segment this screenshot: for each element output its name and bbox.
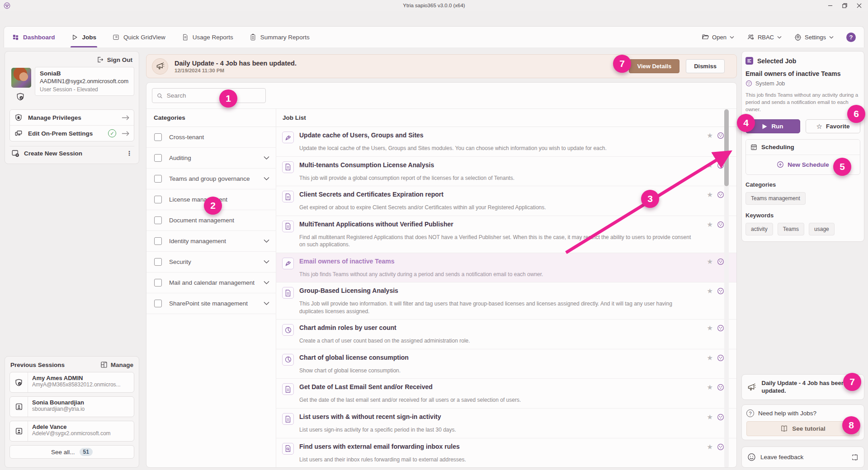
job-row[interactable]: Chart admin roles by user count Create a…	[276, 320, 736, 349]
system-job-badge-icon	[717, 324, 724, 332]
search-input[interactable]	[167, 92, 261, 99]
category-label: Cross-tenant	[169, 134, 204, 141]
favorite-star-icon[interactable]: ★	[707, 221, 713, 228]
job-list-scrollbar[interactable]	[724, 109, 729, 468]
person-badge-icon	[10, 421, 28, 441]
category-checkbox[interactable]	[154, 196, 162, 203]
job-title[interactable]: Chart of global license consumption	[299, 353, 409, 361]
settings-menu[interactable]: Settings	[794, 33, 834, 41]
job-row[interactable]: MultiTenant Applications without Verifie…	[276, 216, 736, 253]
view-details-button[interactable]: View Details	[629, 59, 679, 73]
favorite-star-icon[interactable]: ★	[707, 287, 713, 294]
category-checkbox[interactable]	[154, 258, 162, 266]
job-row[interactable]: Group-Based Licensing Analysis This Job …	[276, 282, 736, 320]
search-box[interactable]	[152, 88, 266, 103]
chevron-down-icon[interactable]	[264, 301, 269, 306]
favorite-star-icon[interactable]: ★	[707, 414, 713, 420]
previous-session-item[interactable]: Adele Vance AdeleV@sygx2.onmicrosoft.com	[9, 421, 134, 442]
job-description: Show chart of global license consumption…	[299, 367, 691, 375]
tab-quick-gridview[interactable]: Quick GridView	[113, 27, 165, 47]
job-title[interactable]: Group-Based Licensing Analysis	[299, 287, 398, 294]
expand-icon[interactable]	[851, 454, 859, 461]
job-row[interactable]: Chart of global license consumption Show…	[276, 349, 736, 379]
manage-privileges-button[interactable]: Manage Privileges	[10, 110, 134, 125]
category-checkbox[interactable]	[154, 300, 162, 307]
scrollbar-thumb[interactable]	[724, 109, 729, 186]
job-title[interactable]: Find users with external email forwardin…	[299, 442, 460, 450]
job-row[interactable]: Find users with external email forwardin…	[276, 438, 736, 468]
see-all-sessions-button[interactable]: See all... 51	[9, 445, 134, 459]
job-title[interactable]: MultiTenant Applications without Verifie…	[299, 220, 453, 228]
tab-quick-gridview-label: Quick GridView	[123, 34, 165, 41]
category-checkbox[interactable]	[154, 133, 162, 141]
chevron-down-icon[interactable]	[264, 177, 269, 181]
category-checkbox[interactable]	[154, 216, 162, 224]
category-row[interactable]: Teams and group governance	[146, 169, 276, 189]
new-session-icon	[11, 149, 19, 157]
favorite-star-icon[interactable]: ★	[707, 324, 713, 331]
doc-icon	[282, 221, 294, 232]
job-title[interactable]: Chart admin roles by user count	[299, 324, 396, 331]
favorite-star-icon[interactable]: ★	[707, 443, 713, 450]
job-title[interactable]: Client Secrets and Certificates Expirati…	[299, 190, 443, 198]
favorite-star-icon[interactable]: ★	[707, 354, 713, 361]
avatar	[11, 68, 31, 88]
category-row[interactable]: Mail and calendar management	[146, 273, 276, 293]
scheduling-label: Scheduling	[761, 144, 794, 150]
tab-dashboard[interactable]: Dashboard	[12, 27, 55, 47]
previous-session-item[interactable]: Amy Ames ADMIN AmyA@M365x85832012.onmicr…	[9, 372, 134, 393]
job-row[interactable]: Get Date of Last Email Sent and/or Recei…	[276, 379, 736, 409]
job-description: Find all multitenant Registered Applicat…	[299, 234, 691, 249]
previous-session-item[interactable]: Sonia Bounardjian sbounardjian@ytria.io	[9, 396, 134, 417]
category-row[interactable]: Identity management	[146, 231, 276, 252]
favorite-star-icon[interactable]: ★	[707, 162, 713, 169]
close-button[interactable]	[852, 0, 866, 11]
plus-circle-icon	[777, 161, 784, 168]
job-row[interactable]: Multi-tenants Consumption License Analys…	[276, 157, 736, 187]
category-row[interactable]: Auditing	[146, 148, 276, 169]
manage-sessions-button[interactable]: Manage	[100, 361, 133, 368]
job-row[interactable]: Update cache of Users, Groups and Sites …	[276, 127, 736, 157]
category-checkbox[interactable]	[154, 237, 162, 245]
chevron-down-icon[interactable]	[264, 239, 269, 243]
dismiss-button[interactable]: Dismiss	[686, 59, 725, 73]
session-name: Adele Vance	[32, 423, 111, 430]
favorite-star-icon[interactable]: ★	[707, 384, 713, 390]
job-row[interactable]: List users with & without recent sign-in…	[276, 409, 736, 438]
category-row[interactable]: Cross-tenant	[146, 127, 276, 148]
category-checkbox[interactable]	[154, 175, 162, 183]
tab-jobs[interactable]: Jobs	[71, 27, 97, 47]
rbac-menu[interactable]: RBAC	[747, 33, 782, 41]
edit-onprem-button[interactable]: Edit On-Prem Settings ✓	[10, 125, 134, 141]
chevron-down-icon[interactable]	[264, 281, 269, 285]
job-title[interactable]: Multi-tenants Consumption License Analys…	[299, 161, 434, 169]
job-title[interactable]: Get Date of Last Email Sent and/or Recei…	[299, 383, 433, 390]
favorite-star-icon[interactable]: ★	[707, 132, 713, 139]
job-title[interactable]: List users with & without recent sign-in…	[299, 413, 441, 420]
chevron-down-icon	[829, 36, 834, 39]
help-button[interactable]: ?	[846, 33, 856, 42]
chevron-down-icon[interactable]	[264, 260, 269, 264]
category-checkbox[interactable]	[154, 154, 162, 162]
restore-button[interactable]	[837, 0, 852, 11]
favorite-star-icon[interactable]: ★	[707, 258, 713, 265]
category-checkbox[interactable]	[154, 279, 162, 287]
create-new-session-button[interactable]: Create New Session ⋮	[9, 146, 134, 157]
tab-usage-reports[interactable]: Usage Reports	[182, 27, 233, 47]
category-row[interactable]: SharePoint site management	[146, 293, 276, 314]
job-title[interactable]: Email owners of inactive Teams	[299, 257, 395, 265]
chart-icon	[282, 354, 294, 366]
feedback-card[interactable]: Leave feedback	[741, 446, 864, 468]
category-label: Security	[169, 258, 191, 265]
session-kebab-menu[interactable]: ⋮	[126, 150, 132, 157]
category-row[interactable]: Security	[146, 252, 276, 273]
job-row[interactable]: Client Secrets and Certificates Expirati…	[276, 186, 736, 216]
open-menu[interactable]: Open	[702, 33, 734, 41]
minimize-button[interactable]	[823, 0, 837, 11]
job-row[interactable]: Email owners of inactive Teams This job …	[276, 253, 736, 283]
chevron-down-icon[interactable]	[264, 156, 269, 160]
tab-summary-reports[interactable]: Summary Reports	[250, 27, 310, 47]
favorite-star-icon[interactable]: ★	[707, 191, 713, 198]
sign-out-button[interactable]: Sign Out	[9, 55, 134, 67]
job-title[interactable]: Update cache of Users, Groups and Sites	[299, 131, 424, 139]
